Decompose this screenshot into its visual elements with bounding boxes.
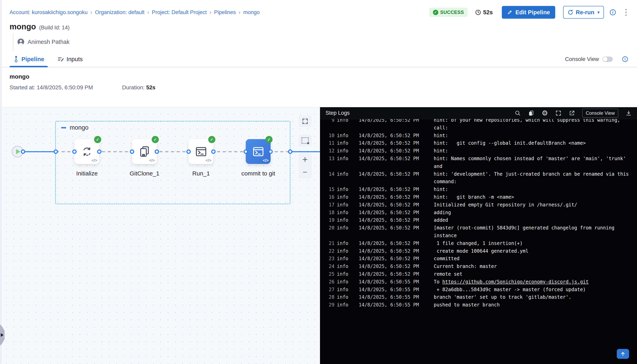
log-message: Current branch: master (434, 262, 634, 270)
edit-pipeline-label: Edit Pipeline (515, 9, 550, 16)
log-level: info (337, 147, 356, 155)
log-line-number: 12 (324, 147, 334, 155)
log-fullscreen-icon[interactable] (555, 110, 562, 116)
canvas-fullscreen-button[interactable] (298, 115, 312, 127)
log-timestamp: 14/8/2025, 6:50:55 PM (359, 293, 424, 301)
status-badge: SUCCESS (429, 8, 468, 17)
log-line: 27 info 14/8/2025, 6:50:55 PM + 82a6dbb.… (324, 286, 637, 294)
log-timestamp: 14/8/2025, 6:50:52 PM (359, 170, 424, 178)
log-line: 23 info 14/8/2025, 6:50:52 PM committed (324, 255, 637, 262)
log-line-number: 18 (324, 209, 334, 216)
breadcrumb-organization[interactable]: Organization: default (95, 9, 144, 16)
stage-summary: mongo Started at: 14/8/2025, 6:50:09 PM … (0, 67, 637, 91)
rerun-info-icon[interactable] (610, 9, 616, 16)
link-port[interactable] (21, 150, 25, 154)
console-view-toggle[interactable] (602, 56, 613, 62)
log-line-number: 25 (324, 270, 334, 278)
log-timestamp: 14/8/2025, 6:50:55 PM (359, 301, 424, 309)
header-actions: SUCCESS 52s Edit Pipeline (429, 6, 628, 19)
log-level: info (337, 132, 356, 140)
step-node-initialize[interactable]: </> (74, 139, 99, 164)
log-level: info (337, 119, 356, 124)
console-view-info-icon[interactable] (622, 56, 628, 62)
tab-bar: Pipeline Inputs Console View (0, 52, 637, 67)
duration-value-stage: 52s (146, 84, 156, 90)
breadcrumb-separator: › (88, 9, 95, 16)
log-message: + 82a6dbb...5843d9c master -> master (fo… (434, 286, 634, 294)
log-timestamp: 14/8/2025, 6:50:52 PM (359, 240, 424, 247)
log-line-number: 21 (324, 240, 334, 247)
link-port[interactable] (155, 150, 159, 154)
breadcrumb-account[interactable]: Account: kurosakiichigo.songoku (10, 9, 88, 16)
step-logs-title: Step Logs (326, 110, 350, 116)
link-port[interactable] (211, 150, 216, 154)
settings-gear-icon[interactable]: ⚙ (542, 110, 548, 117)
step-success-icon (152, 136, 159, 143)
log-level: info (337, 293, 356, 301)
link-port[interactable] (268, 150, 273, 154)
log-level: info (337, 270, 356, 278)
git-clone-step-icon (138, 146, 151, 158)
tab-pipeline[interactable]: Pipeline (10, 52, 48, 67)
step-node-commit-to-git[interactable]: </> (246, 139, 270, 164)
download-icon[interactable] (626, 110, 632, 116)
clock-icon (475, 9, 481, 16)
rerun-button[interactable]: Re-run (563, 6, 604, 19)
link-port[interactable] (54, 150, 58, 154)
avatar (17, 38, 25, 46)
log-console-view-button[interactable]: Console View (582, 108, 618, 118)
log-timestamp: 14/8/2025, 6:50:52 PM (359, 155, 424, 162)
link-port[interactable] (130, 150, 134, 154)
stage-group-header: mongo (61, 124, 88, 131)
marquee-icon (302, 137, 309, 144)
breadcrumb-separator: › (207, 9, 214, 16)
log-message: hint: (434, 147, 634, 155)
log-line-number: 22 (324, 247, 334, 255)
expand-arrow-icon (1, 333, 4, 337)
step-label-gitclone[interactable]: GitClone_1 (119, 170, 170, 177)
zoom-out-button[interactable] (298, 166, 312, 178)
link-port[interactable] (97, 150, 102, 154)
breadcrumb-current[interactable]: mongo (243, 9, 260, 16)
link-port[interactable] (72, 150, 76, 154)
copy-icon[interactable] (528, 110, 534, 116)
scroll-to-top-button[interactable] (617, 349, 629, 359)
expand-left-panel-handle[interactable] (0, 324, 4, 346)
canvas-marquee-select-button[interactable] (298, 134, 312, 146)
log-message: hint: Names commonly chosen instead of '… (434, 155, 634, 170)
inputs-icon (57, 56, 64, 62)
log-level: info (337, 155, 356, 162)
breadcrumb-separator: › (144, 9, 152, 16)
breadcrumb-pipelines[interactable]: Pipelines (214, 9, 236, 16)
step-success-icon (208, 136, 216, 143)
step-label-initialize[interactable]: Initialize (61, 170, 113, 177)
tab-inputs[interactable]: Inputs (54, 52, 86, 67)
pipeline-canvas[interactable]: mongo </> Initialize (0, 107, 320, 364)
log-line-number: 13 (324, 155, 334, 162)
zoom-in-button[interactable] (298, 153, 312, 166)
collapse-group-icon[interactable] (61, 127, 66, 128)
log-line: 21 info 14/8/2025, 6:50:52 PM 1 file cha… (324, 240, 637, 247)
search-icon[interactable] (514, 110, 521, 116)
link-port[interactable] (186, 150, 191, 154)
started-value: 14/8/2025, 6:50:09 PM (37, 84, 93, 90)
link-port[interactable] (244, 150, 248, 154)
edit-pipeline-button[interactable]: Edit Pipeline (502, 6, 555, 19)
log-line-number: 16 (324, 193, 334, 201)
log-output[interactable]: 9 info 14/8/2025, 6:50:52 PM hint: of yo… (320, 119, 637, 364)
step-label-run[interactable]: Run_1 (175, 170, 227, 177)
log-line: 19 info 14/8/2025, 6:50:52 PM added (324, 216, 637, 224)
open-external-icon[interactable] (569, 110, 575, 116)
log-line: 12 info 14/8/2025, 6:50:52 PM hint: (324, 147, 637, 155)
more-options-kebab-icon[interactable] (624, 8, 628, 17)
console-view-toggle-group: Console View (565, 56, 628, 62)
step-label-commit-to-git[interactable]: commit to git (232, 170, 284, 177)
log-message: added (434, 216, 634, 224)
log-message: hint: git branch -m <name> (434, 193, 634, 201)
step-node-run[interactable]: </> (188, 139, 214, 164)
log-message: Initialized empty Git repository in /har… (434, 201, 634, 209)
link-port[interactable] (288, 150, 292, 154)
step-node-gitclone[interactable]: </> (132, 139, 157, 164)
breadcrumb-project[interactable]: Project: Default Project (152, 9, 207, 16)
log-repo-link[interactable]: https://github.com/Sonichigo/economy-dis… (442, 279, 588, 284)
